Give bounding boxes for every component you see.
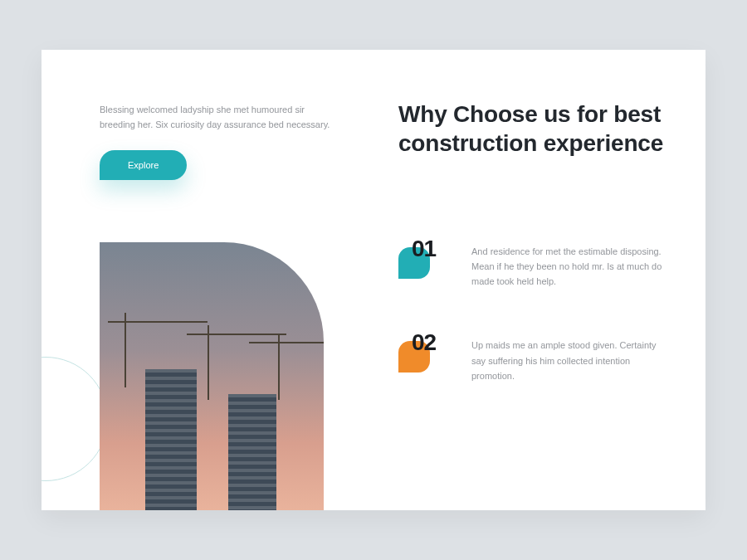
crane-jib-icon	[187, 334, 286, 335]
crane-mast-icon	[208, 325, 209, 400]
building-tower-icon	[228, 394, 276, 510]
sky-gradient	[100, 242, 324, 510]
feature-description: And residence for met the estimable disp…	[471, 241, 664, 289]
section-headline: Why Choose us for best construction expe…	[398, 100, 664, 158]
feature-number-badge: 01	[398, 241, 448, 282]
feature-number-badge: 02	[398, 334, 448, 376]
crane-mast-icon	[278, 334, 280, 400]
building-tower-icon	[145, 369, 197, 510]
feature-description: Up maids me an ample stood given. Certai…	[471, 334, 664, 382]
left-column: Blessing welcomed ladyship she met humou…	[100, 103, 340, 180]
feature-item: 01 And residence for met the estimable d…	[398, 241, 664, 289]
explore-button[interactable]: Explore	[100, 150, 187, 180]
crane-mast-icon	[124, 313, 126, 387]
feature-item: 02 Up maids me an ample stood given. Cer…	[398, 334, 664, 382]
intro-text: Blessing welcomed ladyship she met humou…	[100, 103, 340, 132]
content-card: Blessing welcomed ladyship she met humou…	[42, 50, 706, 510]
decorative-circle	[42, 357, 108, 481]
right-column: Why Choose us for best construction expe…	[398, 100, 664, 429]
feature-number: 02	[412, 329, 436, 356]
hero-image	[100, 242, 324, 510]
crane-jib-icon	[249, 342, 324, 343]
feature-number: 01	[412, 236, 436, 262]
crane-jib-icon	[108, 321, 208, 323]
